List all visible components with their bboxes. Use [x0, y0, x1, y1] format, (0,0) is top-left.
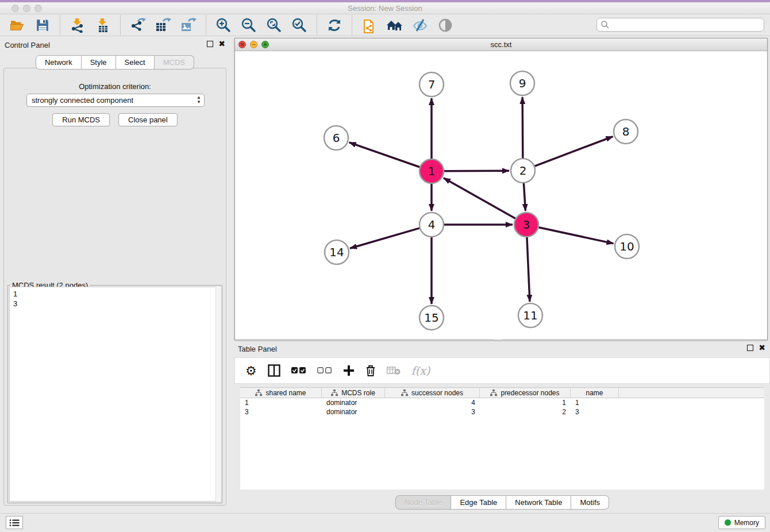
close-panel-icon[interactable]: ✖ — [218, 41, 225, 47]
edge-1-6[interactable] — [349, 142, 420, 167]
column-header-predecessor-nodes[interactable]: predecessor nodes — [480, 388, 571, 398]
table-row[interactable]: 3dominator323 — [240, 407, 764, 417]
result-scrollbar[interactable] — [215, 287, 221, 502]
table-cell[interactable]: 1 — [240, 398, 322, 407]
table-body: 1dominator4113dominator323 — [240, 398, 764, 417]
application-window: Session: New Session — [0, 0, 770, 532]
run-mcds-button[interactable]: Run MCDS — [52, 113, 110, 126]
import-table-icon[interactable] — [94, 17, 111, 34]
table-panel-tabs: Node TableEdge TableNetwork TableMotifs — [234, 495, 770, 510]
table-cell[interactable]: 3 — [385, 407, 480, 417]
table-row[interactable]: 1dominator411 — [240, 398, 764, 407]
network-canvas[interactable]: 7968124314101511 — [235, 51, 767, 340]
tab-style[interactable]: Style — [82, 55, 116, 70]
table-settings-gear-icon[interactable]: ⚙ — [245, 362, 257, 379]
node-table[interactable]: shared nameMCDS rolesuccessor nodesprede… — [240, 387, 764, 489]
table-cell[interactable]: dominator — [322, 398, 385, 407]
open-file-icon[interactable] — [9, 17, 26, 34]
edge-2-3[interactable] — [523, 183, 525, 211]
node-label-14: 14 — [329, 245, 344, 259]
titlebar: Session: New Session — [0, 2, 770, 14]
column-layout-icon[interactable] — [268, 362, 280, 379]
table-cell[interactable]: 1 — [480, 398, 571, 407]
save-session-icon[interactable] — [34, 17, 51, 34]
optimization-criterion-label: Optimization criterion: — [4, 82, 226, 91]
tab-mcds[interactable]: MCDS — [155, 55, 194, 70]
select-all-columns-icon[interactable] — [291, 362, 306, 379]
task-history-button[interactable] — [6, 516, 23, 529]
network-from-file-icon[interactable] — [361, 17, 378, 34]
memory-button[interactable]: Memory — [718, 516, 765, 529]
table-cell[interactable]: 4 — [385, 398, 480, 407]
edge-2-9[interactable] — [522, 97, 523, 158]
node-label-10: 10 — [619, 240, 634, 253]
table-header-row[interactable]: shared nameMCDS rolesuccessor nodesprede… — [240, 387, 764, 398]
table-cell[interactable]: 2 — [480, 407, 571, 417]
show-graphics-details-icon[interactable] — [437, 17, 454, 34]
edge-2-8[interactable] — [535, 137, 613, 167]
delete-table-icon[interactable] — [387, 362, 401, 379]
import-network-icon[interactable] — [69, 17, 86, 34]
delete-column-icon[interactable] — [365, 362, 376, 379]
close-table-panel-icon[interactable]: ✖ — [759, 345, 765, 351]
column-header-name[interactable]: name — [571, 388, 619, 398]
edge-4-14[interactable] — [350, 228, 419, 248]
function-builder-icon[interactable]: f(x) — [411, 362, 430, 379]
list-icon — [9, 519, 20, 527]
zoom-fit-icon[interactable] — [265, 17, 283, 34]
search-box[interactable] — [596, 18, 764, 32]
tab-select[interactable]: Select — [116, 55, 155, 70]
network-window-titlebar[interactable]: ✕ – + scc.txt — [235, 38, 767, 51]
tab-node-table[interactable]: Node Table — [395, 495, 452, 510]
table-cell[interactable]: 1 — [571, 398, 619, 407]
search-input[interactable] — [610, 21, 764, 29]
column-header-MCDS-role[interactable]: MCDS role — [322, 388, 385, 398]
close-panel-button[interactable]: Close panel — [118, 113, 178, 126]
deselect-all-columns-icon[interactable] — [317, 362, 332, 379]
hierarchy-icon — [401, 390, 408, 396]
mcds-result-text[interactable]: 13 — [9, 287, 221, 502]
node-label-9: 9 — [519, 76, 526, 90]
node-label-3: 3 — [523, 218, 530, 232]
splitter-handle[interactable] — [494, 340, 502, 341]
export-table-icon[interactable] — [155, 17, 172, 34]
column-header-successor-nodes[interactable]: successor nodes — [385, 388, 480, 398]
node-label-7: 7 — [428, 78, 436, 91]
tab-network[interactable]: Network — [36, 55, 82, 70]
edge-3-10[interactable] — [538, 228, 613, 244]
edge-3-11[interactable] — [527, 237, 530, 302]
table-cell[interactable]: 3 — [571, 407, 619, 417]
hierarchy-icon — [331, 390, 338, 396]
zoom-selected-icon[interactable] — [291, 17, 308, 34]
edge-1-2[interactable] — [444, 171, 509, 171]
table-cell[interactable]: 3 — [240, 407, 322, 417]
table-panel-title: Table Panel — [238, 345, 277, 353]
home-icon[interactable] — [386, 17, 403, 34]
criterion-dropdown[interactable]: strongly connected component ▲▼ — [26, 94, 205, 107]
hierarchy-icon — [255, 390, 262, 396]
zoom-out-icon[interactable] — [240, 17, 257, 34]
node-label-11: 11 — [523, 309, 537, 322]
window-title: Session: New Session — [0, 4, 770, 13]
float-panel-icon[interactable] — [207, 41, 213, 47]
zoom-in-icon[interactable] — [215, 17, 232, 34]
table-cell[interactable]: dominator — [322, 407, 385, 417]
criterion-value: strongly connected component — [32, 96, 133, 105]
edge-3-1[interactable] — [444, 178, 515, 218]
export-network-icon[interactable] — [129, 17, 147, 34]
table-panel: Table Panel ✖ ⚙ — [234, 342, 770, 511]
add-column-icon[interactable] — [343, 362, 355, 379]
memory-status-icon — [725, 519, 731, 526]
refresh-layout-icon[interactable] — [326, 17, 343, 34]
control-panel-title: Control Panel — [5, 41, 50, 49]
float-table-panel-icon[interactable] — [747, 345, 753, 351]
tab-edge-table[interactable]: Edge Table — [451, 495, 506, 510]
control-panel: Control Panel ✖ NetworkStyleSelectMCDS O… — [0, 38, 230, 508]
export-image-icon[interactable] — [180, 17, 197, 34]
hide-graphics-details-icon[interactable] — [411, 17, 429, 34]
tab-network-table[interactable]: Network Table — [506, 495, 571, 510]
tab-motifs[interactable]: Motifs — [571, 495, 609, 510]
mcds-panel: Optimization criterion: strongly connect… — [3, 68, 226, 506]
column-header-shared-name[interactable]: shared name — [240, 388, 322, 398]
network-graph: 7968124314101511 — [235, 51, 767, 340]
